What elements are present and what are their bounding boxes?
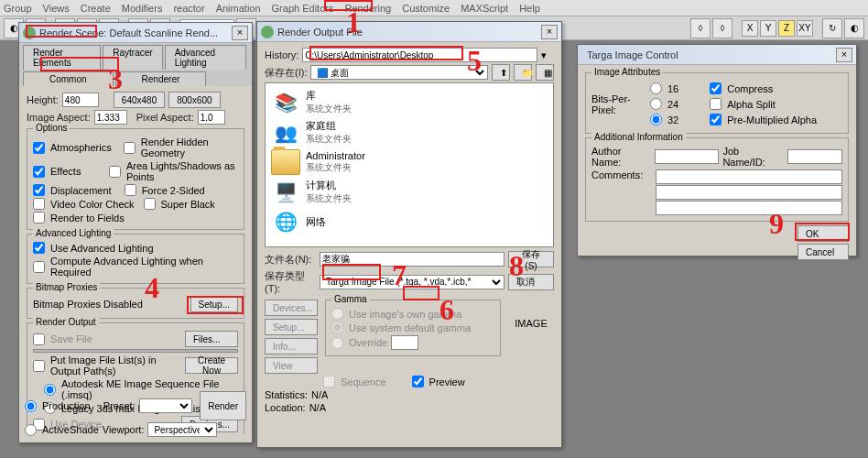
newfolder-button[interactable]: 📁 xyxy=(514,64,532,81)
cancel-button[interactable]: 取消 xyxy=(508,274,554,290)
list-item[interactable]: 📚 库系统文件夹 xyxy=(269,87,549,117)
activeshade-label: ActiveShade xyxy=(42,424,99,435)
bpp16-radio[interactable] xyxy=(650,82,662,94)
image-attributes-group: Image Attributes Bits-Per-Pixel: 16 24 3… xyxy=(585,72,849,134)
dlg-devices-button[interactable]: Devices... xyxy=(265,300,318,316)
close-icon[interactable]: × xyxy=(232,26,248,40)
force2sided-check[interactable] xyxy=(125,184,136,196)
displacement-check[interactable] xyxy=(33,184,45,196)
comments-input[interactable] xyxy=(656,185,842,200)
menu-views[interactable]: Views xyxy=(43,3,70,14)
history-input[interactable] xyxy=(302,48,537,62)
tab-raytracer[interactable]: Raytracer xyxy=(103,45,162,70)
tab-common[interactable]: Common xyxy=(23,71,114,86)
production-label: Production xyxy=(42,400,91,411)
comments-input[interactable] xyxy=(656,169,842,184)
alpha-split-check[interactable] xyxy=(710,98,722,110)
dlg-info-button[interactable]: Info... xyxy=(265,338,318,354)
item-name: 网络 xyxy=(306,215,326,229)
menu-reactor[interactable]: reactor xyxy=(173,3,204,14)
viewmode-button[interactable]: ▦ xyxy=(536,64,554,81)
files-button[interactable]: Files... xyxy=(185,331,238,347)
filename-input[interactable] xyxy=(320,252,505,267)
tab-advanced-lighting[interactable]: Advanced Lighting xyxy=(165,45,246,70)
tool-btn[interactable]: ↻ xyxy=(822,18,842,38)
render-hidden-check[interactable] xyxy=(124,142,136,154)
viewport-combo[interactable]: Perspective xyxy=(147,422,217,437)
pixel-aspect-input[interactable] xyxy=(198,110,225,125)
use-adv-light-check[interactable] xyxy=(33,242,45,254)
file-list[interactable]: 📚 库系统文件夹 👥 家庭组系统文件夹 Administrator系统文件夹 🖥… xyxy=(265,82,554,247)
atmospherics-check[interactable] xyxy=(33,142,45,154)
list-item[interactable]: Administrator系统文件夹 xyxy=(269,147,549,177)
targa-cancel-button[interactable]: Cancel xyxy=(797,244,849,260)
axis-x[interactable]: X xyxy=(742,20,758,37)
axis-y[interactable]: Y xyxy=(760,20,776,37)
ok-button[interactable]: OK xyxy=(797,225,849,242)
targa-body: Image Attributes Bits-Per-Pixel: 16 24 3… xyxy=(578,65,856,266)
super-black-check[interactable] xyxy=(144,198,156,210)
render-button[interactable]: Render xyxy=(200,391,246,420)
axis-z[interactable]: Z xyxy=(778,20,795,37)
stats-label: Statistics: xyxy=(265,389,308,400)
height-label: Height: xyxy=(27,94,59,105)
targa-dialog: Targa Image Control × Image Attributes B… xyxy=(577,44,857,256)
image-aspect-input[interactable] xyxy=(94,110,127,125)
menu-graph[interactable]: Graph Editors xyxy=(272,3,334,14)
save-file-check[interactable] xyxy=(33,333,45,345)
comments-input[interactable] xyxy=(656,201,842,215)
targa-title: Targa Image Control xyxy=(581,49,836,60)
tab-render-elements[interactable]: Render Elements xyxy=(23,45,101,70)
save-in-combo[interactable]: 🟦 桌面 xyxy=(310,65,488,80)
preset-800-button[interactable]: 800x600 xyxy=(168,92,220,108)
bpp24-radio[interactable] xyxy=(650,98,662,110)
dlg-setup-button[interactable]: Setup... xyxy=(265,319,318,335)
compress-check[interactable] xyxy=(710,82,722,94)
menu-maxscript[interactable]: MAXScript xyxy=(461,3,508,14)
homegroup-icon: 👥 xyxy=(271,120,300,146)
close-icon[interactable]: × xyxy=(541,25,558,39)
bitmap-setup-button[interactable]: Setup... xyxy=(190,296,238,312)
bpp32-radio[interactable] xyxy=(650,114,662,125)
gamma-default-label: Use system default gamma xyxy=(349,322,471,333)
activeshade-radio[interactable] xyxy=(25,424,37,436)
tool-btn[interactable]: ◊ xyxy=(690,18,711,38)
pre-mult-check[interactable] xyxy=(710,114,722,125)
list-item[interactable]: 🖥️ 计算机系统文件夹 xyxy=(269,177,549,207)
menu-help[interactable]: Help xyxy=(519,3,540,14)
options-group: Options Atmospherics Render Hidden Geome… xyxy=(27,128,244,230)
save-button[interactable]: 保存(S) xyxy=(508,251,554,267)
list-item[interactable]: 🌐 网络 xyxy=(269,207,549,236)
up-button[interactable]: ⬆ xyxy=(492,64,510,81)
menu-modifiers[interactable]: Modifiers xyxy=(122,3,163,14)
preset-640-button[interactable]: 640x480 xyxy=(114,92,165,108)
video-color-check[interactable] xyxy=(33,198,45,210)
close-icon[interactable]: × xyxy=(836,48,852,62)
create-now-button[interactable]: Create Now xyxy=(185,357,238,374)
tool-btn[interactable]: ◊ xyxy=(712,18,732,38)
put-image-check[interactable] xyxy=(33,360,45,372)
axis-xy[interactable]: XY xyxy=(797,20,813,37)
render-fields-check[interactable] xyxy=(33,212,45,224)
list-item[interactable]: 👥 家庭组系统文件夹 xyxy=(269,117,549,147)
jobname-input[interactable] xyxy=(787,149,842,164)
height-input[interactable] xyxy=(62,93,99,107)
filetype-combo[interactable]: Targa Image File (*.tga, *.vda,*.icb,* xyxy=(320,275,505,289)
menu-create[interactable]: Create xyxy=(81,3,111,14)
save-in-label: 保存在(I): xyxy=(265,66,307,80)
render-fields-label: Render to Fields xyxy=(50,213,125,224)
menu-rendering[interactable]: Rendering xyxy=(344,3,391,14)
menu-group[interactable]: Group xyxy=(4,3,32,14)
menu-customize[interactable]: Customize xyxy=(402,3,450,14)
compute-adv-check[interactable] xyxy=(33,261,45,273)
author-input[interactable] xyxy=(655,149,719,164)
effects-check[interactable] xyxy=(33,166,45,178)
preview-check[interactable] xyxy=(412,376,424,387)
tab-renderer[interactable]: Renderer xyxy=(115,71,207,86)
menu-animation[interactable]: Animation xyxy=(216,3,261,14)
preset-combo[interactable] xyxy=(139,398,192,413)
dlg-view-button[interactable]: View xyxy=(265,357,318,374)
production-radio[interactable] xyxy=(25,400,37,412)
tool-btn[interactable]: ◐ xyxy=(844,18,864,38)
area-lights-check[interactable] xyxy=(109,166,121,178)
